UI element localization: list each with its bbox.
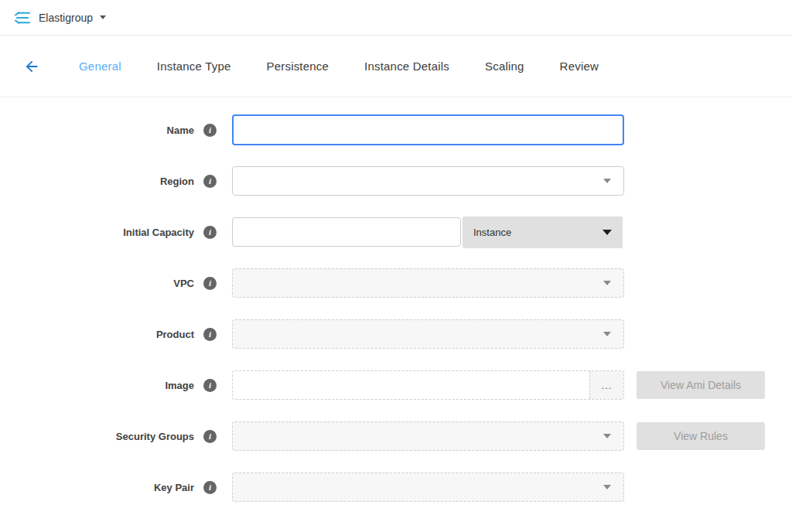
back-arrow-icon xyxy=(23,58,40,75)
form-row-initial-capacity: Initial Capacity i Instance xyxy=(0,217,792,247)
product-label: Product xyxy=(156,329,194,340)
initial-capacity-label: Initial Capacity xyxy=(123,227,194,238)
name-label: Name xyxy=(167,124,194,136)
form-row-name: Name i xyxy=(0,114,792,145)
app-window: Elastigroup General Instance Type Persis… xyxy=(0,0,792,503)
form-row-key-pair: Key Pair i xyxy=(0,472,792,503)
tab-instance-details[interactable]: Instance Details xyxy=(364,60,449,73)
tab-review[interactable]: Review xyxy=(560,60,599,73)
region-label: Region xyxy=(160,176,194,187)
tab-persistence[interactable]: Persistence xyxy=(267,60,329,73)
form-row-security-groups: Security Groups i View Rules xyxy=(0,421,792,452)
initial-capacity-info-icon[interactable]: i xyxy=(203,226,217,239)
tab-scaling[interactable]: Scaling xyxy=(485,60,524,73)
key-pair-label-wrap: Key Pair i xyxy=(0,481,217,494)
key-pair-controls xyxy=(232,472,624,502)
region-controls xyxy=(232,166,624,196)
product-select[interactable] xyxy=(232,319,624,349)
key-pair-info-icon[interactable]: i xyxy=(203,481,217,494)
vpc-info-icon[interactable]: i xyxy=(203,277,217,290)
form-row-product: Product i xyxy=(0,319,792,350)
chevron-down-icon xyxy=(603,332,611,336)
wizard-tab-bar: General Instance Type Persistence Instan… xyxy=(0,36,792,97)
name-info-icon[interactable]: i xyxy=(203,124,217,137)
product-label-wrap: Product i xyxy=(0,328,217,341)
tab-instance-type[interactable]: Instance Type xyxy=(157,60,231,73)
view-rules-button[interactable]: View Rules xyxy=(637,422,765,450)
image-browse-button[interactable]: ... xyxy=(589,371,623,399)
security-groups-controls: View Rules xyxy=(232,421,765,451)
form-row-vpc: VPC i xyxy=(0,268,792,298)
image-controls: ... View Ami Details xyxy=(232,370,765,400)
capacity-unit-value: Instance xyxy=(473,227,511,238)
vpc-label-wrap: VPC i xyxy=(0,277,217,290)
security-groups-info-icon[interactable]: i xyxy=(203,430,217,443)
app-title[interactable]: Elastigroup xyxy=(39,12,93,24)
image-label-wrap: Image i xyxy=(0,379,217,392)
top-bar: Elastigroup xyxy=(0,0,792,36)
initial-capacity-controls: Instance xyxy=(232,217,623,247)
form-row-image: Image i ... View Ami Details xyxy=(0,370,792,401)
back-arrow-button[interactable] xyxy=(23,58,40,75)
chevron-down-icon xyxy=(603,230,612,235)
image-info-icon[interactable]: i xyxy=(203,379,217,392)
tab-general[interactable]: General xyxy=(79,60,121,73)
vpc-label: VPC xyxy=(173,278,194,289)
security-groups-label-wrap: Security Groups i xyxy=(0,430,217,443)
name-controls xyxy=(232,114,624,145)
image-field: ... xyxy=(232,370,624,400)
elastigroup-logo-icon xyxy=(14,11,31,25)
region-select[interactable] xyxy=(232,166,624,196)
key-pair-select[interactable] xyxy=(232,472,624,502)
chevron-down-icon xyxy=(603,281,611,285)
key-pair-label: Key Pair xyxy=(154,482,194,493)
security-groups-label: Security Groups xyxy=(116,431,194,442)
vpc-controls xyxy=(232,268,624,298)
image-label: Image xyxy=(165,380,194,391)
security-groups-select[interactable] xyxy=(232,421,624,451)
image-input[interactable] xyxy=(233,371,589,399)
chevron-down-icon xyxy=(603,434,611,438)
view-ami-details-button[interactable]: View Ami Details xyxy=(637,371,765,399)
name-input[interactable] xyxy=(232,114,624,145)
region-label-wrap: Region i xyxy=(0,175,217,188)
product-controls xyxy=(232,319,624,349)
initial-capacity-label-wrap: Initial Capacity i xyxy=(0,226,217,239)
chevron-down-icon xyxy=(603,179,611,183)
wizard-tabs: General Instance Type Persistence Instan… xyxy=(79,60,599,73)
chevron-down-icon[interactable] xyxy=(100,15,106,19)
name-label-wrap: Name i xyxy=(0,124,217,137)
general-form: Name i Region i Initial Capacity i xyxy=(0,97,792,503)
capacity-unit-select[interactable]: Instance xyxy=(463,217,623,247)
region-info-icon[interactable]: i xyxy=(203,175,217,188)
initial-capacity-input[interactable] xyxy=(232,217,461,247)
product-info-icon[interactable]: i xyxy=(203,328,217,341)
vpc-select[interactable] xyxy=(232,268,624,298)
chevron-down-icon xyxy=(603,485,611,489)
form-row-region: Region i xyxy=(0,165,792,196)
